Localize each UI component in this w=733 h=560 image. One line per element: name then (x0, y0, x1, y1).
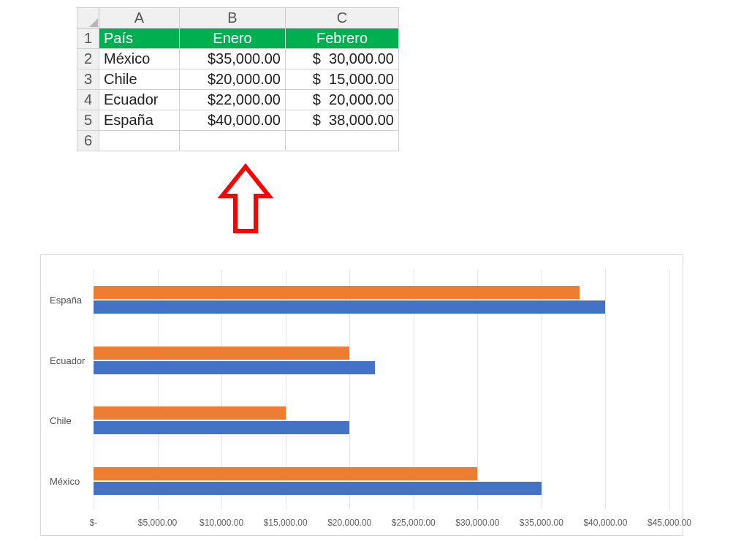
cell-b5[interactable]: $40,000.00 (180, 110, 286, 131)
cell-a6[interactable] (99, 131, 180, 151)
chart-gridline (669, 270, 670, 510)
chart-plot-area (94, 270, 668, 510)
chart-y-tick-label: España (50, 295, 82, 306)
cell-b2[interactable]: $35,000.00 (180, 49, 286, 69)
chart-bar-enero (94, 482, 542, 495)
cell-c5[interactable]: $ 38,000.00 (286, 110, 399, 131)
chart-x-tick-label: $- (90, 518, 98, 528)
cell-a5[interactable]: España (99, 110, 180, 131)
cell-a3[interactable]: Chile (99, 69, 180, 90)
cell-b3[interactable]: $20,000.00 (180, 69, 286, 90)
chart-x-tick-label: $25,000.00 (392, 518, 436, 528)
chart-bar-enero (94, 361, 375, 374)
cell-b6[interactable] (180, 131, 286, 151)
chart-bar-enero (94, 300, 605, 314)
cell-c2[interactable]: $ 30,000.00 (286, 49, 399, 69)
header-cell-pais[interactable]: País (99, 29, 180, 49)
header-cell-enero[interactable]: Enero (180, 29, 286, 49)
row-header-6[interactable]: 6 (77, 131, 99, 151)
chart-bar-febrero (94, 347, 349, 360)
select-all-corner[interactable] (77, 8, 99, 29)
spreadsheet-table[interactable]: A B C 1 País Enero Febrero 2 México $35,… (77, 7, 399, 151)
column-header-b[interactable]: B (180, 8, 286, 29)
header-cell-febrero[interactable]: Febrero (286, 29, 399, 49)
row-header-3[interactable]: 3 (77, 69, 99, 90)
row-header-4[interactable]: 4 (77, 90, 99, 110)
cell-c6[interactable] (286, 131, 399, 151)
chart-x-tick-label: $30,000.00 (455, 518, 499, 528)
row-header-5[interactable]: 5 (77, 110, 99, 131)
chart-y-tick-label: Chile (50, 415, 72, 426)
row-header-1[interactable]: 1 (77, 29, 99, 49)
chart-gridline (605, 270, 606, 510)
cell-c4[interactable]: $ 20,000.00 (286, 90, 399, 110)
chart-x-tick-label: $15,000.00 (264, 518, 308, 528)
chart-x-tick-label: $20,000.00 (327, 518, 371, 528)
chart-bar-febrero (94, 286, 580, 299)
bar-chart[interactable]: $-$5,000.00$10,000.00$15,000.00$20,000.0… (40, 254, 683, 536)
select-all-triangle-icon (89, 18, 98, 27)
cell-a4[interactable]: Ecuador (99, 90, 180, 110)
cell-b4[interactable]: $22,000.00 (180, 90, 286, 110)
chart-x-tick-label: $40,000.00 (583, 518, 627, 528)
chart-bar-febrero (94, 406, 286, 420)
column-header-c[interactable]: C (286, 8, 399, 29)
chart-x-tick-label: $45,000.00 (647, 518, 691, 528)
column-header-a[interactable]: A (99, 8, 180, 29)
chart-y-tick-label: Ecuador (50, 355, 85, 366)
chart-y-tick-label: México (50, 475, 80, 486)
cell-a2[interactable]: México (99, 49, 180, 69)
chart-x-tick-label: $35,000.00 (520, 518, 563, 528)
chart-x-tick-label: $10,000.00 (200, 518, 243, 528)
chart-bar-febrero (94, 467, 477, 480)
row-header-2[interactable]: 2 (77, 49, 99, 69)
chart-bar-enero (94, 421, 349, 434)
chart-x-tick-label: $5,000.00 (138, 518, 177, 528)
cell-c3[interactable]: $ 15,000.00 (286, 69, 399, 90)
up-arrow-icon (216, 161, 275, 241)
